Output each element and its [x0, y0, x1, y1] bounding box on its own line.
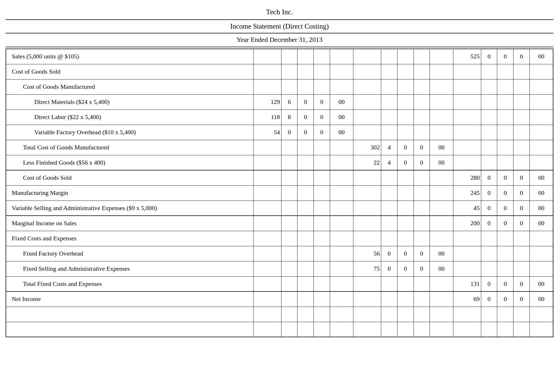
- table-row: Fixed Factory Overhead5600000: [6, 246, 553, 261]
- sales-col1-tens: [281, 49, 297, 64]
- table-row: Sales (5,000 units @ $105)52500000: [6, 49, 553, 64]
- variable-factory-overhead-col1-tens: 0: [281, 125, 297, 140]
- variable-selling-col1-decimal: [314, 200, 330, 216]
- variable-factory-overhead-col1-decimal: 0: [314, 125, 330, 140]
- row-label-cogm-header: Cost of Goods Manufactured: [6, 79, 253, 94]
- variable-factory-overhead-col2-cents: [430, 125, 453, 140]
- table-row: Less Finished Goods ($56 x 400)2240000: [6, 155, 553, 170]
- fixed-costs-header-col2-tens: [381, 231, 397, 246]
- direct-labor-col2-tens: [381, 110, 397, 125]
- marginal-income-col2-ones: [397, 216, 413, 231]
- total-fixed-col2-hundreds: [353, 276, 381, 291]
- total-fixed-col3-cents: 00: [530, 276, 553, 291]
- sales-col1-decimal: [314, 49, 330, 64]
- direct-labor-col1-decimal: 0: [314, 110, 330, 125]
- variable-factory-overhead-col1-cents: 00: [330, 125, 353, 140]
- total-cogm-col3-cents: [530, 140, 553, 155]
- row-label-total-fixed: Total Fixed Costs and Expenses: [6, 276, 253, 291]
- direct-labor-col3-ones: [497, 110, 513, 125]
- fixed-costs-header-col3-ones: [497, 231, 513, 246]
- direct-materials-col1-ones: 0: [297, 94, 314, 110]
- cogs-header-col1-cents: [330, 64, 353, 79]
- less-finished-goods-col3-tens: [481, 155, 497, 170]
- variable-selling-col1-tens: [281, 200, 297, 216]
- cogs-header-col3-tens: [481, 64, 497, 79]
- less-finished-goods-col1-cents: [330, 155, 353, 170]
- table-row: Variable Factory Overhead ($10 x 5,400)5…: [6, 125, 553, 140]
- table-row: Fixed Costs and Expenses: [6, 231, 553, 246]
- blank1-col1-tens: [281, 307, 297, 322]
- statement-period: Year Ended December 31, 2013: [6, 34, 553, 45]
- direct-materials-col1-decimal: 0: [314, 94, 330, 110]
- cost-of-goods-sold-col1-cents: [330, 170, 353, 185]
- variable-factory-overhead-col3-hundreds: [453, 125, 481, 140]
- table-row: Direct Labor ($22 x 5,400)11880000: [6, 110, 553, 125]
- variable-factory-overhead-col3-decimal: [513, 125, 530, 140]
- direct-labor-col1-ones: 0: [297, 110, 314, 125]
- variable-factory-overhead-col2-hundreds: [353, 125, 381, 140]
- total-fixed-col1-tens: [281, 276, 297, 291]
- total-cogm-col3-ones: [497, 140, 513, 155]
- header-double-line: [6, 46, 553, 47]
- blank2-col1-ones: [297, 322, 314, 337]
- fixed-selling-col3-decimal: [513, 261, 530, 276]
- cogm-header-col1-decimal: [314, 79, 330, 94]
- blank1-col2-cents: [430, 307, 453, 322]
- less-finished-goods-col2-tens: 4: [381, 155, 397, 170]
- cogm-header-col1-tens: [281, 79, 297, 94]
- variable-factory-overhead-col1-ones: 0: [297, 125, 314, 140]
- manufacturing-margin-col2-decimal: [413, 185, 430, 200]
- sales-col3-decimal: 0: [513, 49, 530, 64]
- row-label-less-finished-goods: Less Finished Goods ($56 x 400): [6, 155, 253, 170]
- direct-labor-col1-tens: 8: [281, 110, 297, 125]
- cogm-header-col1-ones: [297, 79, 314, 94]
- total-fixed-col3-ones: 0: [497, 276, 513, 291]
- fixed-selling-col2-cents: 00: [430, 261, 453, 276]
- total-cogm-col3-hundreds: [453, 140, 481, 155]
- manufacturing-margin-col2-tens: [381, 185, 397, 200]
- cost-of-goods-sold-col3-hundreds: 280: [453, 170, 481, 185]
- fixed-selling-col1-tens: [281, 261, 297, 276]
- variable-selling-col3-ones: 0: [497, 200, 513, 216]
- blank1-col1-decimal: [314, 307, 330, 322]
- variable-selling-col1-ones: [297, 200, 314, 216]
- direct-labor-col3-tens: [481, 110, 497, 125]
- cogs-header-col2-tens: [381, 64, 397, 79]
- manufacturing-margin-col3-cents: 00: [530, 185, 553, 200]
- net-income-col2-hundreds: [353, 291, 381, 307]
- row-label-direct-labor: Direct Labor ($22 x 5,400): [6, 110, 253, 125]
- row-label-fixed-factory-overhead: Fixed Factory Overhead: [6, 246, 253, 261]
- header-section: Tech Inc. Income Statement (Direct Costi…: [6, 6, 553, 47]
- variable-selling-col3-decimal: 0: [513, 200, 530, 216]
- total-fixed-col3-hundreds: 131: [453, 276, 481, 291]
- fixed-selling-col2-tens: 0: [381, 261, 397, 276]
- direct-materials-col1-hundreds: 129: [253, 94, 281, 110]
- marginal-income-col2-tens: [381, 216, 397, 231]
- fixed-costs-header-col1-ones: [297, 231, 314, 246]
- direct-materials-col3-hundreds: [453, 94, 481, 110]
- less-finished-goods-col3-ones: [497, 155, 513, 170]
- direct-labor-col2-ones: [397, 110, 413, 125]
- cogm-header-col2-cents: [430, 79, 453, 94]
- blank2-col1-tens: [281, 322, 297, 337]
- marginal-income-col2-decimal: [413, 216, 430, 231]
- variable-selling-col3-tens: 0: [481, 200, 497, 216]
- fixed-selling-col1-cents: [330, 261, 353, 276]
- cost-of-goods-sold-col1-tens: [281, 170, 297, 185]
- fixed-costs-header-col3-hundreds: [453, 231, 481, 246]
- sales-col3-hundreds: 525: [453, 49, 481, 64]
- variable-factory-overhead-col2-ones: [397, 125, 413, 140]
- net-income-col2-tens: [381, 291, 397, 307]
- blank2-col2-tens: [381, 322, 397, 337]
- variable-selling-col1-hundreds: [253, 200, 281, 216]
- net-income-col1-decimal: [314, 291, 330, 307]
- direct-materials-col2-hundreds: [353, 94, 381, 110]
- less-finished-goods-col3-cents: [530, 155, 553, 170]
- blank1-col3-decimal: [513, 307, 530, 322]
- fixed-costs-header-col3-decimal: [513, 231, 530, 246]
- row-label-net-income: Net Income: [6, 291, 253, 307]
- cogs-header-col2-decimal: [413, 64, 430, 79]
- row-label-blank2: [6, 322, 253, 337]
- marginal-income-col1-tens: [281, 216, 297, 231]
- fixed-selling-col2-decimal: 0: [413, 261, 430, 276]
